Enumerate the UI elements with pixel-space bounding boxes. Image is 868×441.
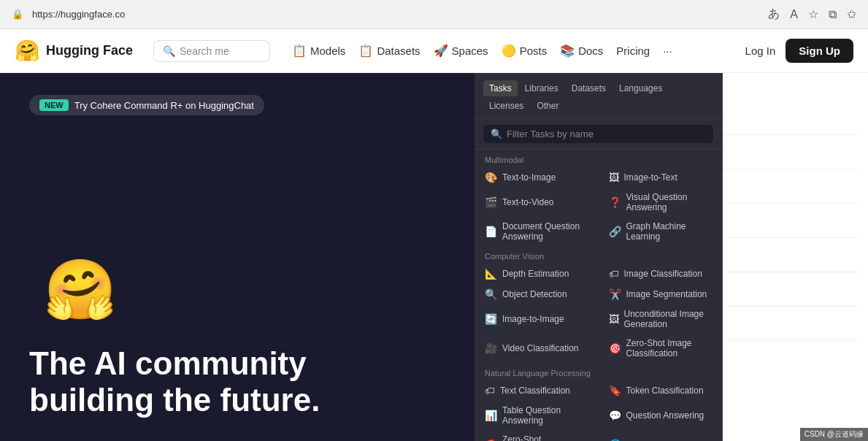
task-label: Zero-Shot Classification xyxy=(502,434,588,441)
task-translation[interactable]: 🌐 Translation xyxy=(599,430,723,441)
reader-icon[interactable]: A xyxy=(790,8,798,21)
browser-url: https://huggingface.co xyxy=(32,9,759,20)
nav-more[interactable]: ··· xyxy=(663,45,672,57)
zero-shot-img-icon: 🎯 xyxy=(609,342,621,354)
task-object-detection[interactable]: 🔍 Object Detection xyxy=(475,284,599,304)
more-icon: ··· xyxy=(663,45,672,57)
task-visual-qa[interactable]: ❓ Visual Question Answering xyxy=(599,188,723,217)
task-search: 🔍 Filter Tasks by name xyxy=(475,119,722,150)
signup-button[interactable]: Sign Up xyxy=(786,39,853,63)
nav-posts[interactable]: 🟡 Posts xyxy=(502,44,548,58)
obj-detect-icon: 🔍 xyxy=(485,288,497,300)
hero-line1: The AI community xyxy=(29,345,307,381)
task-label: Image-to-Text xyxy=(624,172,677,183)
section-nlp-label: Natural Language Processing xyxy=(475,363,722,380)
docs-label: Docs xyxy=(578,45,603,57)
nav-models[interactable]: 📋 Models xyxy=(292,44,345,58)
task-document-qa[interactable]: 📄 Document Question Answering xyxy=(475,217,599,246)
browser-bar: 🔒 https://huggingface.co あ A ☆ ⧉ ✩ xyxy=(0,0,868,29)
task-unconditional-image-gen[interactable]: 🖼 Unconditional Image Generation xyxy=(599,304,723,334)
bookmark-icon[interactable]: ☆ xyxy=(808,7,818,21)
watermark: CSDN @云道码缘 xyxy=(800,428,868,441)
task-label: Video Classification xyxy=(502,343,579,353)
nav-docs[interactable]: 📚 Docs xyxy=(560,44,603,58)
section-multimodal-label: Multimodal xyxy=(475,150,722,167)
tab-libraries[interactable]: Libraries xyxy=(519,80,564,96)
logo-emoji: 🤗 xyxy=(15,39,40,63)
task-label: Table Question Answering xyxy=(502,405,588,426)
tab-datasets[interactable]: Datasets xyxy=(566,80,612,96)
text-to-image-icon: 🎨 xyxy=(485,172,497,183)
task-label: Object Detection xyxy=(502,289,567,299)
task-label: Image Segmentation xyxy=(626,289,707,299)
task-label: Image Classification xyxy=(624,269,702,279)
hero-badge[interactable]: NEW Try Cohere Command R+ on HuggingChat xyxy=(29,95,264,115)
task-table-qa[interactable]: 📊 Table Question Answering xyxy=(475,401,599,430)
favorites-icon[interactable]: ✩ xyxy=(847,7,856,21)
badge-new-label: NEW xyxy=(39,99,69,111)
task-question-answering[interactable]: 💬 Question Answering xyxy=(599,401,723,430)
hero-section: NEW Try Cohere Command R+ on HuggingChat… xyxy=(0,73,475,441)
task-image-classification[interactable]: 🏷 Image Classification xyxy=(599,264,723,284)
task-depth-estimation[interactable]: 📐 Depth Estimation xyxy=(475,264,599,284)
nav-pricing[interactable]: Pricing xyxy=(616,45,650,57)
hero-headline: The AI community building the future. xyxy=(29,345,445,419)
task-text-to-video[interactable]: 🎬 Text-to-Video xyxy=(475,188,599,217)
search-box[interactable]: 🔍 Search me xyxy=(153,40,270,62)
search-icon: 🔍 xyxy=(163,45,175,57)
task-token-classification[interactable]: 🔖 Token Classification xyxy=(599,380,723,401)
section-cv-label: Computer Vision xyxy=(475,246,722,264)
task-image-to-text[interactable]: 🖼 Image-to-Text xyxy=(599,167,723,188)
task-video-classification[interactable]: 🎥 Video Classification xyxy=(475,334,599,363)
task-text-classification[interactable]: 🏷 Text Classification xyxy=(475,380,599,401)
token-class-icon: 🔖 xyxy=(609,385,621,396)
main-content: NEW Try Cohere Command R+ on HuggingChat… xyxy=(0,73,868,441)
visual-qa-icon: ❓ xyxy=(609,196,621,208)
uncond-gen-icon: 🖼 xyxy=(609,313,619,325)
logo[interactable]: 🤗 Hugging Face xyxy=(15,39,133,63)
lock-icon: 🔒 xyxy=(12,9,23,20)
tab-tasks[interactable]: Tasks xyxy=(483,80,518,96)
search-placeholder: Search me xyxy=(180,45,229,57)
hero-mascot: 🤗 xyxy=(44,256,117,324)
tab-languages[interactable]: Languages xyxy=(613,80,668,96)
datasets-label: Datasets xyxy=(377,45,420,57)
video-class-icon: 🎥 xyxy=(485,342,497,354)
task-text-to-image[interactable]: 🎨 Text-to-Image xyxy=(475,167,599,188)
nlp-tasks: 🏷 Text Classification 🔖 Token Classifica… xyxy=(475,380,722,441)
nav-datasets[interactable]: 📋 Datasets xyxy=(358,44,420,58)
models-icon: 📋 xyxy=(292,44,307,58)
nav-links: 📋 Models 📋 Datasets 🚀 Spaces 🟡 Posts 📚 D… xyxy=(292,44,672,58)
multimodal-tasks: 🎨 Text-to-Image 🖼 Image-to-Text 🎬 Text-t… xyxy=(475,167,722,246)
img-seg-icon: ✂️ xyxy=(609,288,621,300)
docs-icon: 📚 xyxy=(560,44,575,58)
tab-other[interactable]: Other xyxy=(531,98,564,114)
task-label: Text Classification xyxy=(500,386,570,396)
task-label: Depth Estimation xyxy=(502,269,569,279)
nav-spaces[interactable]: 🚀 Spaces xyxy=(434,44,488,58)
task-image-segmentation[interactable]: ✂️ Image Segmentation xyxy=(599,284,723,304)
datasets-icon: 📋 xyxy=(358,44,373,58)
pricing-label: Pricing xyxy=(616,45,650,57)
posts-label: Posts xyxy=(520,45,548,57)
task-zero-shot-classification[interactable]: 🎯 Zero-Shot Classification xyxy=(475,430,599,441)
task-zero-shot-image[interactable]: 🎯 Zero-Shot Image Classification xyxy=(599,334,723,363)
depth-icon: 📐 xyxy=(485,268,497,280)
task-label: Visual Question Answering xyxy=(626,192,713,212)
spaces-icon: 🚀 xyxy=(434,44,448,58)
tab-licenses[interactable]: Licenses xyxy=(483,98,529,114)
tab-icon[interactable]: ⧉ xyxy=(829,8,837,21)
task-image-to-image[interactable]: 🔄 Image-to-Image xyxy=(475,304,599,334)
task-graph-ml[interactable]: 🔗 Graph Machine Learning xyxy=(599,217,723,246)
image-to-text-icon: 🖼 xyxy=(609,172,619,183)
task-search-input[interactable]: 🔍 Filter Tasks by name xyxy=(483,125,713,143)
navbar: 🤗 Hugging Face 🔍 Search me 📋 Models 📋 Da… xyxy=(0,29,868,73)
document-qa-icon: 📄 xyxy=(485,226,497,237)
login-button[interactable]: Log In xyxy=(745,45,776,57)
text-to-video-icon: 🎬 xyxy=(485,196,497,208)
translate-icon[interactable]: あ xyxy=(768,7,780,22)
models-label: Models xyxy=(310,45,345,57)
task-label: Document Question Answering xyxy=(502,221,588,242)
graph-ml-icon: 🔗 xyxy=(609,226,621,237)
task-label: Graph Machine Learning xyxy=(626,221,713,242)
